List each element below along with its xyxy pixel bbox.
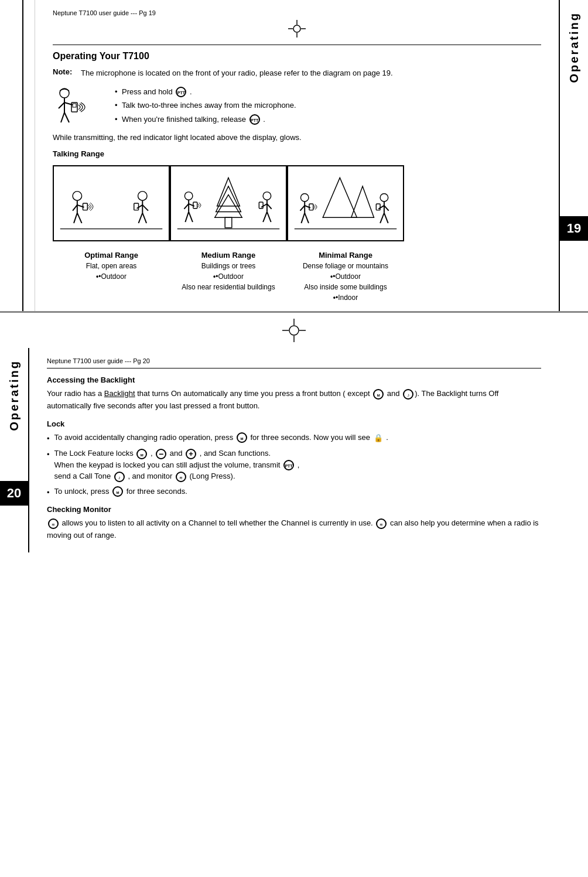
svg-point-64	[289, 326, 299, 335]
minus-icon: −	[156, 449, 166, 459]
page-20-row: Operating 20 Neptune T7100 user guide --…	[0, 348, 588, 552]
lock-bullet-2: • The Lock Feature locks M , − and + , a…	[47, 448, 541, 482]
ptt-icon-2: PTT	[249, 114, 260, 125]
svg-line-52	[300, 206, 305, 211]
backlight-text: Your radio has a Backlight that turns On…	[47, 388, 541, 412]
svg-rect-39	[193, 202, 197, 209]
svg-line-45	[267, 211, 271, 221]
svg-line-25	[139, 213, 143, 223]
monitor-icon-2: ≋	[48, 518, 59, 529]
talking-range-title: Talking Range	[53, 149, 541, 158]
left-tab-20: Operating 20	[0, 348, 29, 552]
medium-range-desc: Buildings or trees	[175, 261, 282, 271]
svg-line-19	[77, 213, 82, 223]
svg-point-14	[73, 191, 82, 200]
optimal-range-bullet: •Outdoor	[57, 271, 165, 282]
person-illustration	[53, 86, 105, 127]
medium-range-bullet1: •Outdoor	[175, 271, 282, 282]
instruction-item-2: Talk two-to-three inches away from the m…	[115, 100, 296, 111]
backlight-title: Accessing the Backlight	[47, 376, 541, 384]
page-19-content: Neptune T7100 user guide --- Pg 19 Opera…	[35, 0, 559, 311]
lock-bullet-3: • To unlock, press M for three seconds.	[47, 486, 541, 499]
range-label-minimal: Minimal Range Dense foliage or mountains…	[287, 247, 404, 306]
plus-icon: +	[186, 449, 196, 459]
tab-number-20: 20	[0, 481, 28, 506]
svg-rect-12	[73, 104, 76, 107]
right-tab-19: Operating 19	[559, 0, 588, 311]
left-margin-19	[0, 0, 35, 311]
svg-line-16	[73, 205, 77, 211]
tab-number-19: 19	[560, 216, 588, 241]
svg-rect-31	[225, 217, 232, 227]
svg-point-0	[293, 25, 300, 32]
call-icon-1: ♪	[403, 389, 413, 400]
svg-point-33	[184, 192, 193, 200]
svg-line-38	[189, 211, 193, 221]
svg-rect-63	[376, 204, 380, 210]
range-label-optimal: Optimal Range Flat, open areas •Outdoor	[53, 247, 170, 306]
svg-line-26	[142, 213, 146, 223]
crosshair-icon-20	[282, 319, 306, 342]
minimal-range-extra: Also inside some buildings	[292, 282, 399, 292]
svg-line-60	[384, 206, 389, 211]
page-20-crosshair-area	[0, 313, 588, 348]
crosshair-19	[53, 20, 541, 37]
svg-line-55	[305, 213, 309, 223]
ptt-icon-1: PTT	[176, 87, 186, 97]
minimal-range-bullet1: •Outdoor	[292, 271, 399, 282]
minimal-range-name: Minimal Range	[292, 250, 399, 261]
page-20-content: Neptune T7100 user guide --- Pg 20 Acces…	[29, 348, 559, 552]
menu-icon-1: M	[373, 389, 384, 400]
optimal-range-illustration	[54, 166, 169, 240]
range-label-medium: Medium Range Buildings or trees •Outdoor…	[170, 247, 287, 306]
svg-line-59	[378, 206, 384, 209]
lock-symbol: 🔒	[374, 432, 383, 444]
tab-label-19: Operating	[568, 12, 581, 83]
svg-line-9	[61, 112, 64, 122]
checking-monitor-text: ≋ allows you to listen to all activity o…	[47, 517, 541, 542]
svg-line-44	[263, 211, 267, 221]
instruction-item-3: When you're finished talking, release PT…	[115, 114, 296, 125]
range-box-minimal	[287, 165, 404, 241]
crosshair-icon-19	[288, 20, 306, 37]
svg-line-24	[142, 205, 148, 211]
menu-icon-2: M	[237, 432, 247, 443]
note-label: Note:	[53, 67, 76, 76]
page-19-row: Neptune T7100 user guide --- Pg 19 Opera…	[0, 0, 588, 311]
illustration-block: Press and hold PTT . Talk two-to-three i…	[53, 86, 541, 128]
note-block: Note: The microphone is located on the f…	[53, 67, 541, 79]
page-20-header-text: Neptune T7100 user guide --- Pg 20	[47, 357, 150, 364]
svg-rect-46	[259, 202, 263, 209]
optimal-range-desc: Flat, open areas	[57, 261, 165, 271]
checking-monitor-title: Checking Monitor	[47, 505, 541, 514]
svg-point-57	[380, 193, 388, 202]
medium-range-extra: Also near residential buildings	[175, 282, 282, 292]
page-19-header: Neptune T7100 user guide --- Pg 19	[53, 6, 541, 45]
page-19-section-title: Operating Your T7100	[53, 51, 541, 62]
menu-icon-4: M	[112, 486, 123, 497]
monitor-icon-1: ≋	[176, 472, 186, 482]
svg-rect-56	[309, 204, 313, 210]
svg-line-62	[384, 213, 388, 223]
range-labels-row: Optimal Range Flat, open areas •Outdoor …	[53, 247, 541, 306]
svg-line-23	[137, 205, 143, 209]
svg-line-61	[380, 213, 384, 223]
right-margin-20	[559, 348, 588, 552]
ptt-icon-3: PTT	[283, 460, 294, 470]
range-box-medium	[170, 165, 287, 241]
svg-point-21	[138, 191, 148, 200]
instructions-list: Press and hold PTT . Talk two-to-three i…	[115, 86, 296, 128]
svg-line-43	[267, 204, 272, 209]
monitor-icon-3: ≋	[376, 518, 387, 529]
transmitting-text: While transmitting, the red indicator li…	[53, 132, 541, 144]
menu-icon-3: M	[136, 449, 147, 459]
svg-rect-27	[134, 203, 139, 210]
svg-line-10	[64, 112, 69, 122]
medium-range-illustration	[171, 166, 286, 240]
medium-range-name: Medium Range	[175, 250, 282, 261]
range-illustrations-row	[53, 165, 541, 241]
page-20-header: Neptune T7100 user guide --- Pg 20	[47, 354, 541, 368]
minimal-range-desc: Dense foliage or mountains	[292, 261, 399, 271]
tab-label-20: Operating	[8, 360, 21, 431]
svg-line-54	[301, 213, 305, 223]
